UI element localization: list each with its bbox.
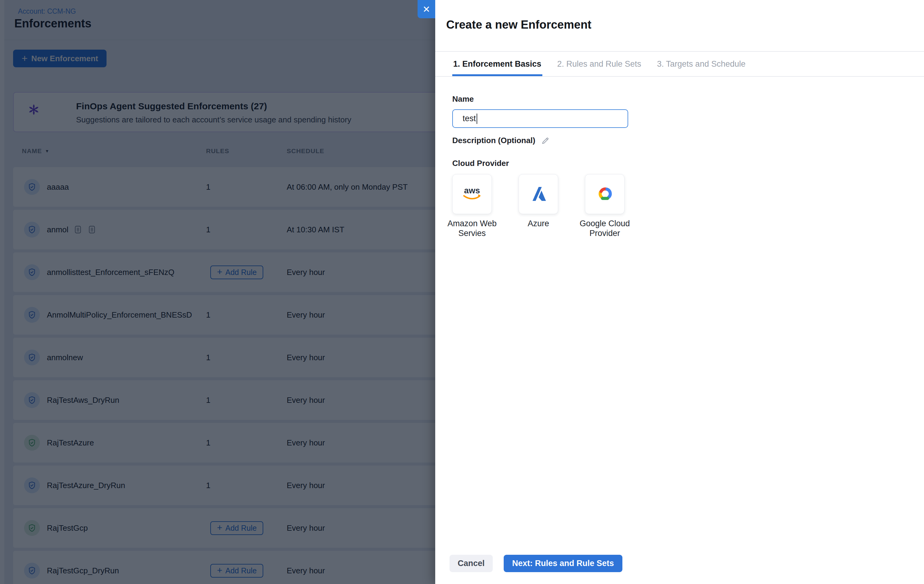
name-input-value: test [463, 114, 476, 123]
close-icon: ✕ [422, 4, 430, 15]
name-label: Name [452, 94, 912, 104]
gcp-logo-icon [595, 184, 615, 205]
azure-card[interactable] [519, 174, 558, 214]
tab-rules-and-rule-sets[interactable]: 2. Rules and Rule Sets [556, 52, 642, 76]
azure-logo-icon [528, 184, 548, 205]
provider-label: Amazon Web Servies [442, 218, 502, 238]
name-input[interactable]: test [452, 109, 628, 128]
close-button[interactable]: ✕ [417, 0, 435, 18]
provider-aws: aws Amazon Web Servies [452, 174, 492, 214]
create-enforcement-drawer: ✕ Create a new Enforcement 1. Enforcemen… [435, 0, 924, 584]
provider-gcp: Google Cloud Provider [585, 174, 625, 214]
app-root: Account: CCM-NG Enforcements + New Enfor… [0, 0, 924, 584]
drawer-footer: Cancel Next: Rules and Rule Sets [449, 555, 622, 572]
wizard-tabs: 1. Enforcement Basics 2. Rules and Rule … [452, 52, 747, 76]
description-label: Description (Optional) [452, 136, 535, 145]
cloud-provider-label: Cloud Provider [452, 159, 912, 168]
cloud-provider-options: aws Amazon Web Servies [452, 174, 912, 214]
provider-label: Google Cloud Provider [575, 218, 635, 238]
provider-label: Azure [509, 218, 568, 228]
aws-card[interactable]: aws [452, 174, 492, 214]
aws-logo-icon: aws [460, 184, 485, 205]
text-cursor [477, 114, 477, 124]
next-button[interactable]: Next: Rules and Rule Sets [504, 555, 622, 572]
provider-azure: Azure [519, 174, 558, 214]
tab-targets-and-schedule[interactable]: 3. Targets and Schedule [656, 52, 747, 76]
gcp-card[interactable] [585, 174, 625, 214]
cancel-button[interactable]: Cancel [449, 555, 493, 572]
drawer-title: Create a new Enforcement [446, 18, 591, 31]
edit-pencil-icon[interactable] [541, 136, 550, 145]
tab-enforcement-basics[interactable]: 1. Enforcement Basics [452, 52, 542, 76]
drawer-body: Name test Description (Optional) Cloud P… [452, 76, 912, 214]
svg-text:aws: aws [464, 185, 480, 195]
